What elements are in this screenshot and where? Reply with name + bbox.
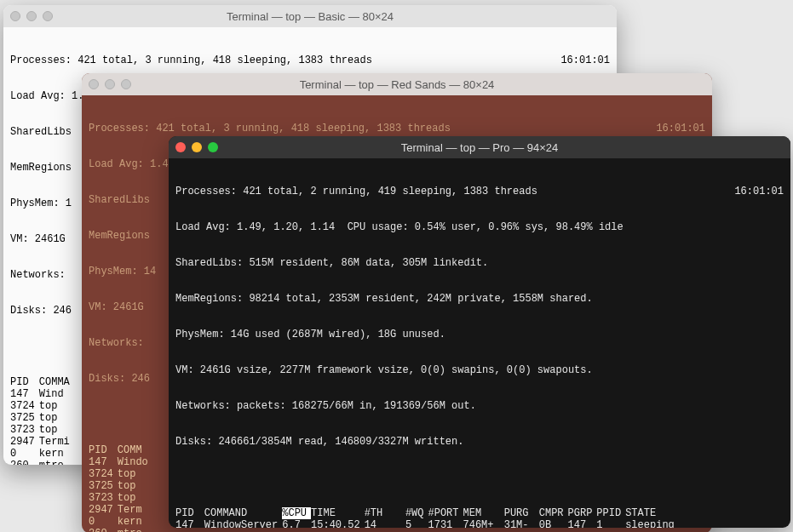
cell-cmd: top	[39, 412, 74, 424]
table-row: 147Wind	[10, 388, 74, 400]
table-row: 3724top	[10, 400, 74, 412]
stat-time: 16:01:01	[656, 123, 705, 134]
cell-pid: 260	[89, 528, 118, 532]
cell-pid: 260	[10, 460, 39, 465]
close-icon[interactable]	[89, 79, 99, 89]
cell-cmd: kern	[39, 448, 74, 460]
cell-pid: 147	[10, 388, 39, 400]
titlebar[interactable]: Terminal — top — Basic — 80×24	[3, 5, 617, 27]
cell-cmd: kern	[118, 516, 152, 528]
process-table: PIDCOMMA 147Wind3724top3725top3723top294…	[10, 376, 74, 465]
stat-physmem: PhysMem: 14G used (2687M wired), 18G unu…	[175, 329, 784, 340]
cell-cmd: mtre	[39, 460, 74, 465]
cell-cmd: top	[39, 424, 74, 436]
cell-cmd: WindowServer	[204, 519, 282, 528]
table-row: 147WindowServer6.715:40.521451731746M+31…	[175, 519, 679, 528]
stat-networks: Networks: packets: 168275/66M in, 191369…	[175, 400, 784, 412]
window-title: Terminal — top — Pro — 94×24	[169, 141, 790, 154]
cell-pid: 2947	[89, 504, 118, 516]
cell-pid: 3724	[89, 468, 118, 480]
cell-cmd: top	[118, 480, 152, 492]
titlebar[interactable]: Terminal — top — Red Sands — 80×24	[82, 73, 712, 95]
cell-cmd: Term	[118, 504, 152, 516]
titlebar[interactable]: Terminal — top — Pro — 94×24	[169, 136, 790, 158]
cell-pid: 0	[89, 516, 118, 528]
window-title: Terminal — top — Red Sands — 80×24	[82, 78, 712, 91]
stat-memregions: MemRegions: 98214 total, 2353M resident,…	[175, 293, 784, 305]
close-icon[interactable]	[10, 11, 20, 21]
stat-disks: Disks: 246661/3854M read, 146809/3327M w…	[175, 436, 784, 448]
minimize-icon[interactable]	[105, 79, 115, 89]
table-row: 3725top	[10, 412, 74, 424]
cell-cmd: mtre	[118, 528, 152, 532]
cell-pgrp: 147	[568, 519, 597, 528]
minimize-icon[interactable]	[192, 142, 202, 152]
stat-processes: Processes: 421 total, 3 running, 418 sle…	[10, 54, 372, 66]
cell-ppid: 1	[596, 519, 625, 528]
cell-cmd: Windo	[118, 456, 152, 468]
terminal-window-pro[interactable]: Terminal — top — Pro — 94×24 Processes: …	[169, 136, 790, 528]
table-row: 3725top	[89, 480, 152, 492]
table-header: PID COMMAND %CPU TIME #TH #WQ #PORT MEM …	[175, 507, 679, 519]
stat-vm: VM: 2461G vsize, 2277M framework vsize, …	[175, 364, 784, 376]
cell-cmd: top	[118, 492, 152, 504]
window-title: Terminal — top — Basic — 80×24	[3, 10, 617, 23]
cell-pid: 147	[175, 519, 204, 528]
stat-load: Load Avg: 1.49, 1.20, 1.14 CPU usage: 0.…	[175, 221, 784, 233]
maximize-icon[interactable]	[121, 79, 131, 89]
process-table: PID COMMAND %CPU TIME #TH #WQ #PORT MEM …	[175, 507, 679, 528]
stat-processes: Processes: 421 total, 2 running, 419 sle…	[175, 186, 537, 197]
table-row: 0kern	[89, 516, 152, 528]
cell-wq: 5	[405, 519, 428, 528]
close-icon[interactable]	[175, 142, 186, 152]
table-row: 260mtre	[10, 460, 74, 465]
cell-pid: 3725	[10, 412, 39, 424]
cell-cmd: top	[39, 400, 74, 412]
cell-mem: 746M+	[463, 519, 504, 528]
minimize-icon[interactable]	[26, 11, 37, 21]
maximize-icon[interactable]	[43, 11, 53, 21]
cell-port: 1731	[428, 519, 463, 528]
cell-time: 15:40.52	[311, 519, 365, 528]
cell-pid: 0	[10, 448, 39, 460]
cell-cmd: top	[118, 468, 152, 480]
traffic-lights	[175, 142, 218, 152]
table-row: 3723top	[10, 424, 74, 436]
table-row: 2947Termi	[10, 436, 74, 448]
table-row: 0kern	[10, 448, 74, 460]
cell-pid: 2947	[10, 436, 39, 448]
table-row: 3724top	[89, 468, 152, 480]
process-table: PIDCOMM 147Windo3724top3725top3723top294…	[89, 444, 152, 532]
cell-cmd: Termi	[39, 436, 74, 448]
cell-pid: 147	[89, 456, 118, 468]
table-row: 147Windo	[89, 456, 152, 468]
cell-pid: 3724	[10, 400, 39, 412]
table-row: 3723top	[89, 492, 152, 504]
cell-cmpr: 0B	[539, 519, 568, 528]
stat-sharedlibs: SharedLibs: 515M resident, 86M data, 305…	[175, 257, 784, 269]
stat-processes: Processes: 421 total, 3 running, 418 sle…	[89, 123, 451, 134]
table-row: 2947Term	[89, 504, 152, 516]
cell-cpu: 6.7	[282, 519, 311, 528]
maximize-icon[interactable]	[208, 142, 218, 152]
stat-time: 16:01:01	[560, 54, 610, 66]
traffic-lights	[89, 79, 131, 89]
cell-purg: 31M-	[504, 519, 539, 528]
cell-state: sleeping	[625, 519, 679, 528]
table-row: 260mtre	[89, 528, 152, 532]
cell-pid: 3725	[89, 480, 118, 492]
stat-time: 16:01:01	[734, 186, 784, 197]
terminal-body[interactable]: Processes: 421 total, 2 running, 419 sle…	[169, 158, 790, 528]
cell-cmd: Wind	[39, 388, 74, 400]
cell-th: 14	[365, 519, 405, 528]
cell-pid: 3723	[89, 492, 118, 504]
cell-pid: 3723	[10, 424, 39, 436]
traffic-lights	[10, 11, 53, 21]
